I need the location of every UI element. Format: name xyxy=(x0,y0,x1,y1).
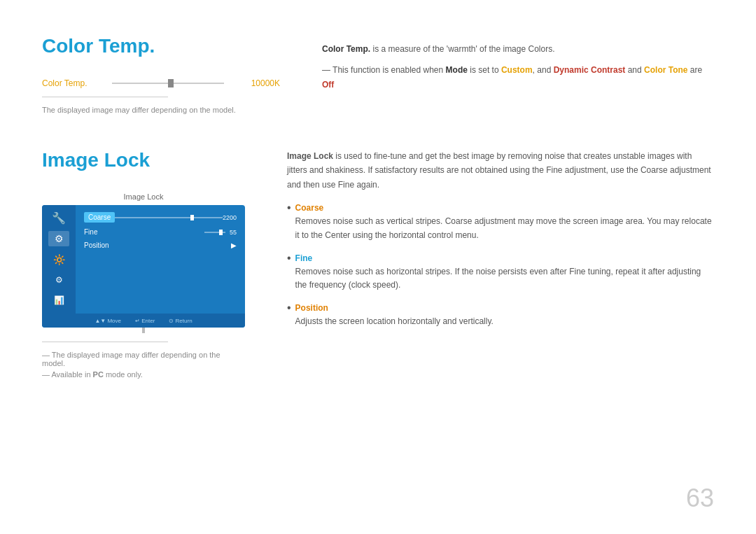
monitor-icon-2: ⚙ xyxy=(48,231,69,246)
monitor-footer: ▲▼ Move ↵ Enter ⊙ Return xyxy=(42,314,245,328)
colortone-highlight: Color Tone xyxy=(644,65,687,75)
monitor-icon-5: 📊 xyxy=(48,293,69,308)
bullet-dot-3: • xyxy=(287,302,291,314)
image-lock-bullet-list: • Coarse Removes noise such as vertical … xyxy=(287,202,714,329)
image-lock-note1: ― The displayed image may differ dependi… xyxy=(42,351,245,367)
bullet-dot-2: • xyxy=(287,253,291,264)
image-lock-section: Image Lock Image Lock 🔧 ⚙ 🔆 xyxy=(42,149,714,379)
color-temp-control: Color Temp. 10000K xyxy=(42,78,280,88)
bullet-fine: • Fine Removes noise such as horizontal … xyxy=(287,252,714,293)
dynamic-contrast-highlight: Dynamic Contrast xyxy=(554,65,626,75)
bullet-coarse-content: Coarse Removes noise such as vertical st… xyxy=(295,202,714,242)
coarse-title: Coarse xyxy=(295,202,714,215)
bullet-coarse: • Coarse Removes noise such as vertical … xyxy=(287,202,714,242)
color-temp-info1: Color Temp. is a measure of the 'warmth'… xyxy=(322,42,714,56)
color-temp-title: Color Temp. xyxy=(42,35,280,57)
coarse-text: Removes noise such as vertical stripes. … xyxy=(295,215,714,241)
monitor-menu-fine: Fine 55 xyxy=(84,227,237,237)
image-lock-title: Image Lock xyxy=(42,149,245,171)
bullet-dot-1: • xyxy=(287,202,291,213)
image-lock-content: Image Lock is used to fine-tune and get … xyxy=(287,149,714,379)
color-temp-bold: Color Temp. xyxy=(322,44,370,54)
monitor-preview-label: Image Lock xyxy=(42,192,245,201)
monitor-sidebar: 🔧 ⚙ 🔆 ⚙ 📊 xyxy=(42,205,76,314)
monitor-icon-4: ⚙ xyxy=(48,272,69,287)
image-lock-intro-bold: Image Lock xyxy=(287,151,333,161)
custom-highlight: Custom xyxy=(501,65,533,75)
color-temp-note: The displayed image may differ depending… xyxy=(42,106,280,114)
color-temp-left: Color Temp. Color Temp. 10000K The displ… xyxy=(42,35,280,114)
bullet-position: • Position Adjusts the screen location h… xyxy=(287,302,714,328)
monitor-menu-position: Position ▶ xyxy=(84,240,237,251)
monitor-stand xyxy=(142,328,145,333)
color-temp-slider[interactable] xyxy=(112,83,224,84)
position-title: Position xyxy=(295,302,714,315)
footer-enter: ↵ Enter xyxy=(135,318,155,324)
monitor-inner: 🔧 ⚙ 🔆 ⚙ 📊 xyxy=(42,205,245,314)
page: Color Temp. Color Temp. 10000K The displ… xyxy=(0,0,756,534)
image-lock-notes: ― The displayed image may differ dependi… xyxy=(42,342,245,379)
monitor-icon-1: 🔧 xyxy=(48,211,69,225)
bullet-position-content: Position Adjusts the screen location hor… xyxy=(295,302,714,328)
color-temp-info2: ― This function is enabled when Mode is … xyxy=(322,63,714,92)
footer-return: ⊙ Return xyxy=(169,318,192,324)
page-number: 63 xyxy=(686,484,714,513)
monitor-menu: Coarse 2200 Fine 55 xyxy=(76,205,245,314)
image-lock-divider xyxy=(42,342,168,342)
off-highlight: Off xyxy=(322,80,334,90)
fine-text: Removes noise such as horizontal stripes… xyxy=(295,265,714,292)
color-temp-divider xyxy=(42,97,168,97)
image-lock-note2: ― Available in PC mode only. xyxy=(42,370,245,379)
image-lock-intro: Image Lock is used to fine-tune and get … xyxy=(287,149,714,192)
color-temp-value: 10000K xyxy=(238,78,280,88)
color-temp-label: Color Temp. xyxy=(42,78,98,88)
monitor-icon-3: 🔆 xyxy=(48,252,69,267)
monitor-menu-coarse: Coarse 2200 xyxy=(84,211,237,224)
fine-title: Fine xyxy=(295,252,714,265)
color-temp-right: Color Temp. is a measure of the 'warmth'… xyxy=(322,35,714,114)
monitor-mockup: 🔧 ⚙ 🔆 ⚙ 📊 xyxy=(42,205,245,328)
image-lock-preview-area: Image Lock Image Lock 🔧 ⚙ 🔆 xyxy=(42,149,245,379)
footer-move: ▲▼ Move xyxy=(94,318,121,324)
mode-highlight: Mode xyxy=(446,65,468,75)
color-temp-section: Color Temp. Color Temp. 10000K The displ… xyxy=(42,35,714,114)
position-text: Adjusts the screen location horizontally… xyxy=(295,315,714,328)
bullet-fine-content: Fine Removes noise such as horizontal st… xyxy=(295,252,714,293)
